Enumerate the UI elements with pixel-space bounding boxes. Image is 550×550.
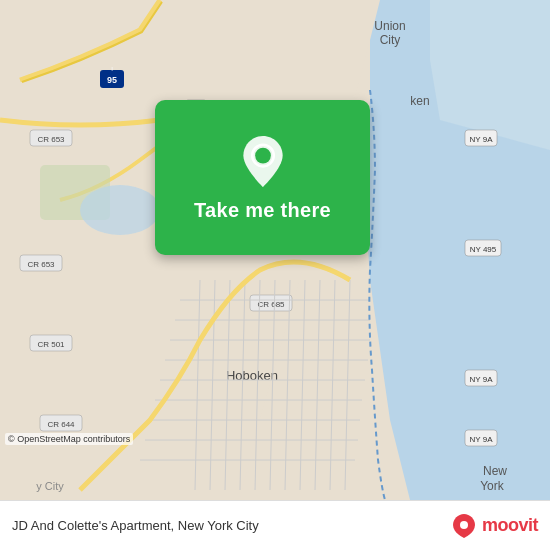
svg-point-56 <box>255 147 271 163</box>
svg-text:y City: y City <box>36 480 64 492</box>
svg-text:Hoboken: Hoboken <box>226 368 278 383</box>
svg-text:NY 495: NY 495 <box>470 245 497 254</box>
svg-text:CR 653: CR 653 <box>27 260 55 269</box>
svg-text:ken: ken <box>410 94 429 108</box>
svg-text:NY 9A: NY 9A <box>470 375 494 384</box>
map-attribution: © OpenStreetMap contributors <box>5 433 133 445</box>
svg-text:CR 644: CR 644 <box>47 420 75 429</box>
svg-text:NY 9A: NY 9A <box>470 435 494 444</box>
svg-text:New: New <box>483 464 507 478</box>
svg-point-58 <box>460 521 468 529</box>
location-pin-icon <box>239 134 287 189</box>
svg-text:95: 95 <box>107 75 117 85</box>
moovit-logo: moovit <box>450 512 538 540</box>
take-me-there-card[interactable]: Take me there <box>155 100 370 255</box>
svg-text:CR 501: CR 501 <box>37 340 65 349</box>
location-label: JD And Colette's Apartment, New York Cit… <box>12 518 259 533</box>
moovit-brand-text: moovit <box>482 515 538 536</box>
svg-text:Union: Union <box>374 19 405 33</box>
svg-text:NY 9A: NY 9A <box>470 135 494 144</box>
map-container: CR 653 CR 653 CR 501 CR 644 CR 685 95 I … <box>0 0 550 500</box>
moovit-icon <box>450 512 478 540</box>
svg-point-55 <box>80 185 160 235</box>
svg-text:York: York <box>480 479 505 493</box>
svg-text:CR 653: CR 653 <box>37 135 65 144</box>
svg-text:CR 685: CR 685 <box>257 300 285 309</box>
svg-text:City: City <box>380 33 401 47</box>
footer-bar: JD And Colette's Apartment, New York Cit… <box>0 500 550 550</box>
take-me-there-label: Take me there <box>194 199 331 222</box>
